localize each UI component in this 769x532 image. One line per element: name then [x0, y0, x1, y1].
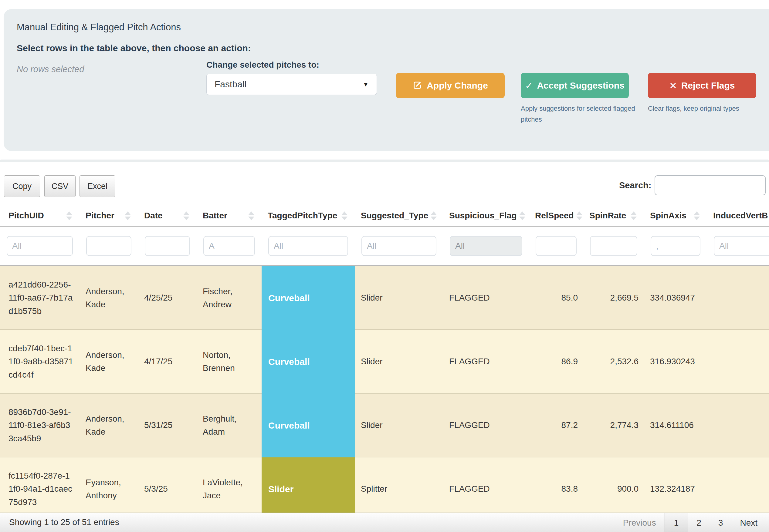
cell-date: 5/31/25 [138, 394, 197, 457]
cell-induced [707, 330, 769, 393]
pitch-type-select-value: Fastball [214, 79, 246, 89]
pagination-page-1[interactable]: 1 [665, 513, 688, 532]
filter-input-InducedVertB[interactable] [714, 236, 769, 256]
cell-tagged: Curveball [261, 266, 355, 330]
column-header-label: Pitcher [86, 211, 114, 221]
cell-spinaxis: 132.324187 [644, 457, 707, 513]
filter-input-SpinRate[interactable] [590, 236, 637, 256]
pagination-page-3[interactable]: 3 [710, 513, 732, 532]
sort-icon [248, 211, 254, 220]
excel-button[interactable]: Excel [79, 175, 115, 197]
column-header-Pitcher[interactable]: Pitcher [79, 206, 138, 226]
column-header-SpinRate[interactable]: SpinRate [583, 206, 644, 226]
reject-flags-hint: Clear flags, keep original types [648, 103, 769, 114]
cell-flag: FLAGGED [443, 457, 529, 513]
column-header-SpinAxis[interactable]: SpinAxis [644, 206, 707, 226]
cell-tagged: Slider [261, 457, 355, 513]
pitch-type-select[interactable]: Fastball ▼ [206, 74, 377, 95]
panel-title: Manual Editing & Flagged Pitch Actions [17, 22, 181, 33]
filter-input-Batter[interactable] [203, 236, 255, 256]
cell-flag: FLAGGED [443, 394, 529, 457]
column-header-label: Suspicious_Flag [449, 211, 517, 221]
search-label: Search: [619, 180, 651, 190]
cell-relspeed: 87.2 [529, 394, 583, 457]
cell-relspeed: 83.8 [529, 457, 583, 513]
sort-icon [576, 211, 582, 220]
column-header-TaggedPitchType[interactable]: TaggedPitchType [261, 206, 355, 226]
cell-flag: FLAGGED [443, 266, 529, 329]
cell-relspeed: 85.0 [529, 266, 583, 329]
column-header-RelSpeed[interactable]: RelSpeed [529, 206, 583, 226]
sort-icon [125, 211, 131, 220]
pagination-page-2[interactable]: 2 [688, 513, 710, 532]
sort-icon [341, 211, 347, 220]
filter-input-PitchUID[interactable] [7, 236, 73, 256]
column-header-label: InducedVertB [713, 211, 768, 221]
check-icon: ✓ [525, 80, 533, 91]
cell-batter: Berghult, Adam [197, 394, 261, 457]
apply-change-button[interactable]: Apply Change [396, 73, 505, 98]
column-header-PitchUID[interactable]: PitchUID [0, 206, 79, 226]
accept-suggestions-button[interactable]: ✓ Accept Suggestions [521, 73, 629, 98]
cell-relspeed: 86.9 [529, 330, 583, 393]
selection-status: No rows selected [17, 64, 84, 74]
filter-input-Suspicious_Flag[interactable] [450, 236, 522, 256]
entries-info: Showing 1 to 25 of 51 entries [9, 517, 119, 527]
cell-pitcher: Eyanson, Anthony [79, 457, 138, 513]
cell-batter: Norton, Brennen [197, 330, 261, 393]
table-row[interactable]: cdeb7f40-1bec-11f0-9a8b-d35871cd4c4fAnde… [0, 330, 769, 394]
table-filter-row [0, 227, 769, 266]
column-header-label: Suggested_Type [361, 211, 428, 221]
cell-pitcher: Anderson, Kade [79, 266, 138, 329]
accept-suggestions-label: Accept Suggestions [537, 80, 624, 91]
cell-spinrate: 2,669.5 [583, 266, 644, 329]
x-icon: ✕ [670, 80, 677, 91]
filter-input-Suggested_Type[interactable] [361, 236, 437, 256]
section-divider [0, 160, 769, 162]
flagged-pitch-actions-panel: Manual Editing & Flagged Pitch Actions S… [4, 9, 769, 151]
csv-button[interactable]: CSV [44, 175, 76, 197]
cell-pitcher: Anderson, Kade [79, 394, 138, 457]
sort-icon [694, 211, 700, 220]
table-row[interactable]: fc1154f0-287e-11f0-94a1-d1caec75d973Eyan… [0, 457, 769, 513]
copy-button[interactable]: Copy [4, 175, 40, 197]
pagination-previous[interactable]: Previous [615, 513, 665, 532]
cell-tagged: Curveball [261, 330, 355, 394]
cell-spinrate: 2,532.6 [583, 330, 644, 393]
filter-input-TaggedPitchType[interactable] [268, 236, 348, 256]
table-row[interactable]: 8936b7d0-3e91-11f0-81e3-af6b33ca45b9Ande… [0, 394, 769, 457]
cell-induced [707, 266, 769, 329]
cell-induced [707, 394, 769, 457]
filter-input-Date[interactable] [145, 236, 190, 256]
edit-icon [413, 80, 423, 91]
filter-input-Pitcher[interactable] [86, 236, 131, 256]
sort-icon [66, 211, 72, 220]
reject-flags-label: Reject Flags [681, 80, 735, 91]
pagination-next[interactable]: Next [731, 513, 766, 532]
cell-uid: fc1154f0-287e-11f0-94a1-d1caec75d973 [0, 457, 79, 513]
table-body: a421dd60-2256-11f0-aa67-7b17ad1b575bAnde… [0, 266, 769, 513]
column-header-Date[interactable]: Date [138, 206, 197, 226]
reject-flags-button[interactable]: ✕ Reject Flags [648, 73, 756, 98]
search-input[interactable] [655, 175, 766, 195]
accept-suggestions-hint: Apply suggestions for selected flagged p… [521, 103, 654, 125]
filter-input-SpinAxis[interactable] [651, 236, 700, 256]
cell-date: 4/25/25 [138, 266, 197, 329]
cell-suggested: Slider [355, 330, 443, 393]
column-header-label: SpinRate [589, 211, 626, 221]
cell-uid: a421dd60-2256-11f0-aa67-7b17ad1b575b [0, 266, 79, 329]
column-header-Batter[interactable]: Batter [197, 206, 261, 226]
column-header-Suspicious_Flag[interactable]: Suspicious_Flag [443, 206, 529, 226]
column-header-InducedVertB[interactable]: InducedVertB [707, 206, 769, 226]
sort-icon [183, 211, 189, 220]
table-row[interactable]: a421dd60-2256-11f0-aa67-7b17ad1b575bAnde… [0, 266, 769, 330]
sort-icon [519, 211, 525, 220]
column-header-Suggested_Type[interactable]: Suggested_Type [355, 206, 443, 226]
column-header-label: SpinAxis [650, 211, 686, 221]
cell-spinaxis: 334.036947 [644, 266, 707, 329]
filter-input-RelSpeed[interactable] [536, 236, 577, 256]
cell-batter: LaViolette, Jace [197, 457, 261, 513]
cell-spinrate: 900.0 [583, 457, 644, 513]
cell-spinaxis: 314.611106 [644, 394, 707, 457]
column-header-label: Date [144, 211, 163, 221]
